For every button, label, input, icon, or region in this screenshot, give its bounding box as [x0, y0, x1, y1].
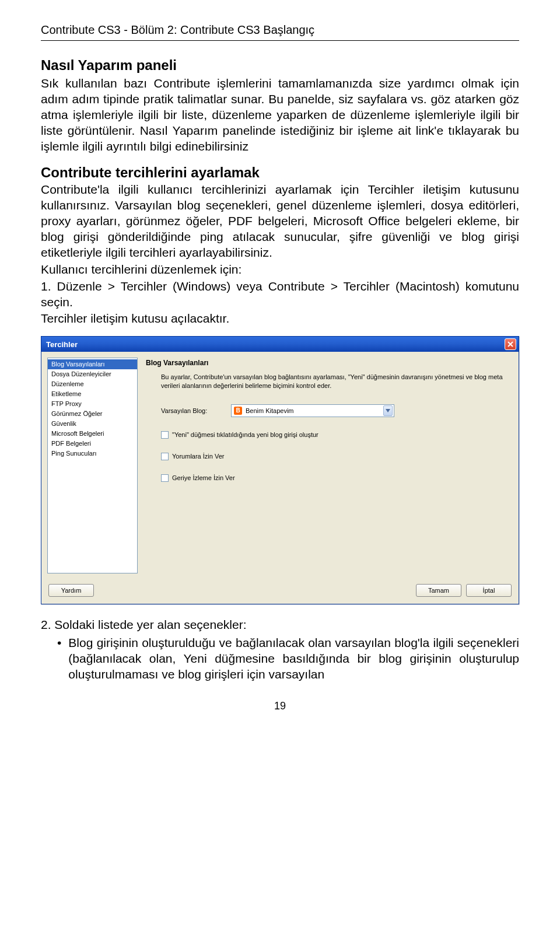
list-item[interactable]: Düzenleme	[48, 379, 137, 389]
list-item[interactable]: FTP Proxy	[48, 399, 137, 409]
default-blog-dropdown[interactable]: B Benim Kitapevim	[231, 404, 394, 417]
default-blog-label: Varsayılan Blog:	[161, 407, 231, 414]
preferences-dialog: Tercihler Blog Varsayılanları Dosya Düze…	[41, 336, 519, 604]
list-item[interactable]: Etiketleme	[48, 389, 137, 399]
list-item[interactable]: Ping Sunucuları	[48, 449, 137, 459]
list-item[interactable]: Görünmez Öğeler	[48, 409, 137, 419]
checkbox[interactable]	[161, 474, 169, 482]
category-listbox[interactable]: Blog Varsayılanları Dosya Düzenleyiciler…	[47, 358, 138, 573]
chevron-down-icon	[383, 405, 393, 416]
checkbox[interactable]	[161, 431, 169, 439]
checkbox-row-new-entry[interactable]: "Yeni" düğmesi tıklatıldığında yeni blog…	[161, 431, 513, 439]
close-icon	[508, 341, 513, 347]
help-button[interactable]: Yardım	[48, 584, 94, 597]
checkbox-row-trackback[interactable]: Geriye İzleme İzin Ver	[161, 474, 513, 482]
after-line1: 2. Soldaki listede yer alan seçenekler:	[41, 617, 519, 633]
section1-title: Nasıl Yaparım paneli	[41, 57, 519, 74]
section2-body: Contribute'la ilgili kullanıcı tercihler…	[41, 182, 519, 260]
page-number: 19	[41, 700, 519, 712]
list-item[interactable]: Güvenlik	[48, 419, 137, 429]
pane-title: Blog Varsayılanları	[146, 359, 513, 367]
settings-pane: Blog Varsayılanları Bu ayarlar, Contribu…	[144, 358, 513, 573]
checkbox-label: Yorumlara İzin Ver	[172, 453, 224, 460]
checkbox-row-comments[interactable]: Yorumlara İzin Ver	[161, 453, 513, 460]
dialog-footer: Yardım Tamam İptal	[41, 579, 519, 604]
list-item[interactable]: Microsoft Belgeleri	[48, 429, 137, 439]
checkbox-label: "Yeni" düğmesi tıklatıldığında yeni blog…	[172, 431, 318, 438]
header-rule	[41, 40, 519, 41]
bullet-dot: •	[57, 635, 61, 683]
ok-button[interactable]: Tamam	[416, 584, 461, 597]
pane-description: Bu ayarlar, Contribute'un varsayılan blo…	[161, 373, 508, 390]
section2-sub2: 1. Düzenle > Tercihler (Windows) veya Co…	[41, 279, 519, 310]
section2-sub3: Tercihler iletişim kutusu açılacaktır.	[41, 311, 519, 327]
close-button[interactable]	[505, 338, 516, 350]
section2-sub1: Kullanıcı tercihlerini düzenlemek için:	[41, 262, 519, 278]
section1-body: Sık kullanılan bazı Contribute işlemleri…	[41, 76, 519, 154]
list-item[interactable]: Blog Varsayılanları	[48, 359, 137, 369]
dialog-titlebar: Tercihler	[41, 337, 519, 352]
checkbox[interactable]	[161, 453, 169, 460]
cancel-button[interactable]: İptal	[466, 584, 512, 597]
list-item[interactable]: Dosya Düzenleyiciler	[48, 369, 137, 379]
section2-title: Contribute tercihlerini ayarlamak	[41, 165, 519, 181]
page-header: Contribute CS3 - Bölüm 2: Contribute CS3…	[41, 23, 519, 37]
blogger-icon: B	[234, 407, 242, 415]
bullet-text: Blog girişinin oluşturulduğu ve bağlanıl…	[68, 635, 519, 683]
checkbox-label: Geriye İzleme İzin Ver	[172, 474, 235, 481]
dialog-title: Tercihler	[46, 340, 78, 349]
dropdown-value: Benim Kitapevim	[246, 407, 383, 414]
list-item[interactable]: PDF Belgeleri	[48, 439, 137, 449]
